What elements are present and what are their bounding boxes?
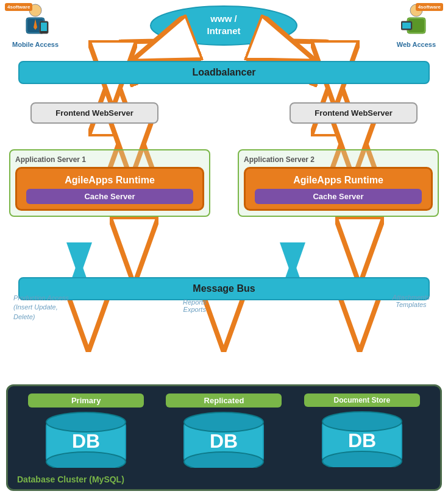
attachments-label: AttachmentsTemplates bbox=[393, 294, 430, 308]
message-bus-label: Message Bus bbox=[193, 283, 255, 294]
agileapps-runtime-left-label: AgileApps Runtime bbox=[26, 175, 193, 186]
db-cluster-label: Database Cluster (MySQL) bbox=[17, 475, 124, 484]
docstore-db-icon: DB bbox=[319, 409, 405, 467]
web-access-label: Web Access bbox=[397, 41, 436, 48]
svg-text:www /: www / bbox=[210, 13, 237, 24]
svg-line-9 bbox=[140, 44, 177, 58]
docstore-db: Document Store DB bbox=[304, 393, 420, 467]
agileapps-runtime-right-label: AgileApps Runtime bbox=[255, 175, 422, 186]
appserver-right-title: Application Server 2 bbox=[244, 155, 433, 164]
frontend-right-label: Frontend WebServer bbox=[315, 108, 393, 118]
loadbalancer-box: Loadbalancer bbox=[18, 61, 430, 84]
svg-rect-32 bbox=[402, 23, 411, 29]
docstore-db-header: Document Store bbox=[304, 393, 420, 407]
agileapps-runtime-left: AgileApps Runtime Cache Server bbox=[15, 167, 204, 211]
svg-point-35 bbox=[46, 452, 126, 468]
replicated-db-icon: DB bbox=[181, 410, 266, 468]
db-items-row: Primary DB Replicated DB bbox=[17, 393, 431, 468]
svg-point-38 bbox=[184, 412, 263, 432]
architecture-diagram: www / Intranet bbox=[0, 0, 448, 494]
cache-server-right-label: Cache Server bbox=[313, 192, 363, 201]
primary-db-header: Primary bbox=[28, 393, 144, 408]
mobile-access-label: Mobile Access bbox=[12, 41, 59, 48]
svg-text:Intranet: Intranet bbox=[207, 26, 240, 36]
frontend-webserver-left: Frontend WebServer bbox=[30, 102, 158, 124]
frontend-left-label: Frontend WebServer bbox=[55, 108, 133, 118]
reports-label: ReportsExports bbox=[183, 298, 207, 313]
svg-text:DB: DB bbox=[210, 430, 238, 452]
appserver-right: Application Server 2 AgileApps Runtime C… bbox=[238, 149, 439, 217]
svg-rect-27 bbox=[41, 23, 47, 31]
cache-server-left: Cache Server bbox=[26, 189, 193, 204]
replicated-db: Replicated DB bbox=[166, 393, 282, 468]
primary-db-icon: DB bbox=[43, 410, 129, 468]
loadbalancer-label: Loadbalancer bbox=[192, 67, 255, 77]
software-badge-left: 4software bbox=[5, 3, 32, 11]
svg-text:DB: DB bbox=[72, 430, 100, 452]
appserver-left: Application Server 1 AgileApps Runtime C… bbox=[9, 149, 210, 217]
appserver-left-title: Application Server 1 bbox=[15, 155, 204, 164]
database-cluster: Primary DB Replicated DB bbox=[6, 384, 442, 491]
svg-line-10 bbox=[271, 44, 307, 58]
prod-access-label: Production Access(Insert Update,Delete) bbox=[13, 294, 69, 322]
primary-db: Primary DB bbox=[28, 393, 144, 468]
svg-point-42 bbox=[322, 412, 402, 431]
agileapps-runtime-right: AgileApps Runtime Cache Server bbox=[244, 167, 433, 211]
frontend-webserver-right: Frontend WebServer bbox=[290, 102, 418, 124]
svg-text:DB: DB bbox=[348, 429, 376, 451]
svg-point-34 bbox=[46, 412, 126, 432]
cache-server-right: Cache Server bbox=[255, 189, 422, 204]
svg-point-39 bbox=[184, 452, 263, 468]
svg-point-43 bbox=[322, 451, 402, 467]
svg-point-6 bbox=[151, 6, 297, 45]
replicated-db-header: Replicated bbox=[166, 393, 282, 408]
message-bus-box: Message Bus bbox=[18, 277, 430, 300]
software-badge-right: 4software bbox=[416, 3, 443, 11]
cache-server-left-label: Cache Server bbox=[84, 192, 135, 201]
